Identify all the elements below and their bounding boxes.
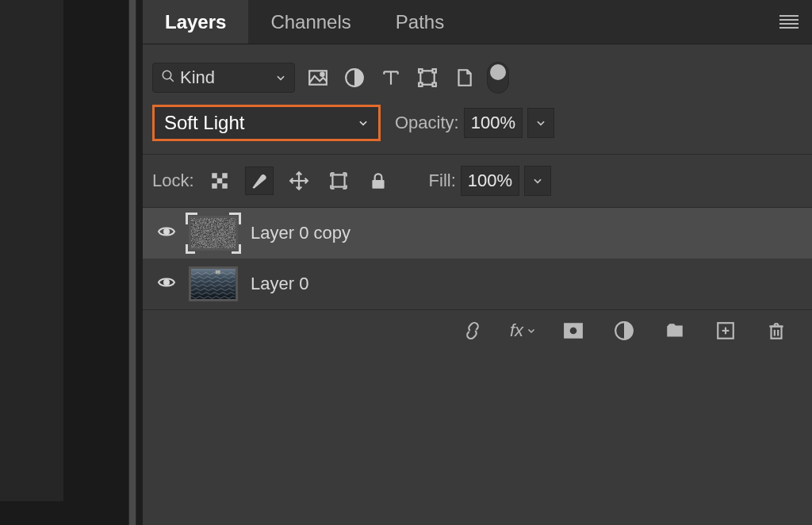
lock-row: Lock: Fill: 100% (143, 155, 812, 207)
svg-rect-18 (212, 183, 217, 189)
new-layer-icon[interactable] (712, 317, 739, 344)
group-layers-icon[interactable] (661, 317, 688, 344)
tab-label: Channels (270, 11, 350, 33)
thumb-canvas-water (191, 269, 236, 299)
svg-point-32 (164, 229, 169, 234)
layers-panel: Layers Channels Paths Kind (143, 0, 812, 525)
lock-all-icon[interactable] (364, 167, 393, 195)
opacity-chevron[interactable] (527, 108, 554, 138)
filter-toggle[interactable] (487, 62, 509, 94)
svg-rect-16 (222, 173, 228, 178)
visibility-icon[interactable] (157, 273, 176, 295)
lock-position-icon[interactable] (285, 167, 313, 195)
layer-item[interactable]: Layer 0 copy (143, 208, 812, 259)
svg-rect-12 (419, 83, 422, 86)
visibility-icon[interactable] (157, 222, 176, 244)
svg-rect-19 (222, 183, 228, 189)
filter-shape-icon[interactable] (414, 64, 441, 91)
svg-point-0 (163, 71, 171, 79)
layer-name[interactable]: Layer 0 (251, 274, 308, 294)
layer-filter-row: Kind (143, 44, 812, 105)
blend-mode-dropdown[interactable]: Soft Light (152, 105, 381, 141)
svg-rect-13 (433, 83, 436, 86)
svg-point-35 (569, 326, 578, 335)
link-layers-icon[interactable] (459, 317, 486, 344)
fill-chevron[interactable] (524, 166, 551, 196)
layer-thumbnail[interactable] (189, 216, 238, 251)
filter-kind-label: Kind (180, 67, 215, 88)
svg-rect-17 (216, 178, 222, 184)
layer-name[interactable]: Layer 0 copy (251, 223, 350, 243)
opacity-value[interactable]: 100% (464, 108, 523, 138)
tab-paths[interactable]: Paths (373, 0, 466, 44)
svg-point-3 (320, 73, 324, 76)
blend-mode-value: Soft Light (164, 112, 244, 134)
tab-layers[interactable]: Layers (143, 0, 248, 44)
adjustment-layer-icon[interactable] (611, 317, 638, 344)
tab-channels[interactable]: Channels (248, 0, 373, 44)
lock-label: Lock: (152, 171, 194, 191)
fill-group: Fill: 100% (429, 166, 552, 196)
opacity-label: Opacity: (395, 113, 459, 133)
lock-pixels-icon[interactable] (245, 167, 274, 195)
chevron-down-icon (275, 72, 286, 83)
tab-label: Layers (165, 11, 226, 33)
add-mask-icon[interactable] (560, 317, 587, 344)
thumb-canvas-noise (191, 218, 236, 248)
svg-point-33 (164, 280, 169, 285)
layer-thumbnail[interactable] (189, 266, 238, 301)
filter-smartobject-icon[interactable] (450, 64, 477, 91)
opacity-group: Opacity: 100% (395, 108, 554, 138)
layer-footer: fx (143, 309, 812, 351)
filter-pixel-icon[interactable] (304, 64, 331, 91)
panel-tabbar: Layers Channels Paths (143, 0, 812, 44)
search-icon (161, 69, 175, 86)
document-canvas-area (0, 0, 136, 525)
svg-rect-10 (419, 69, 422, 72)
opacity-value-text: 100% (471, 113, 515, 133)
lock-artboard-icon[interactable] (324, 167, 353, 195)
filter-adjustment-icon[interactable] (341, 64, 368, 91)
layer-item[interactable]: Layer 0 (143, 259, 812, 309)
layer-style-button[interactable]: fx (510, 320, 536, 341)
fill-value[interactable]: 100% (461, 166, 519, 196)
delete-layer-icon[interactable] (763, 317, 790, 344)
svg-rect-15 (212, 173, 217, 178)
filter-kind-dropdown[interactable]: Kind (152, 63, 295, 93)
panel-menu-icon[interactable] (776, 9, 802, 36)
svg-rect-11 (433, 69, 436, 72)
layer-list: Layer 0 copy Layer 0 (143, 208, 812, 309)
chevron-down-icon (358, 117, 369, 128)
canvas-strip (0, 0, 63, 501)
fx-label: fx (510, 320, 523, 341)
svg-rect-31 (372, 180, 384, 189)
svg-rect-40 (772, 326, 782, 338)
filter-type-icon[interactable] (377, 64, 404, 91)
fill-value-text: 100% (468, 171, 512, 191)
svg-rect-22 (332, 174, 344, 186)
tab-label: Paths (396, 11, 444, 33)
svg-line-1 (170, 78, 174, 82)
blend-mode-row: Soft Light Opacity: 100% (143, 105, 812, 154)
lock-transparency-icon[interactable] (205, 167, 234, 195)
fill-label: Fill: (429, 171, 456, 191)
